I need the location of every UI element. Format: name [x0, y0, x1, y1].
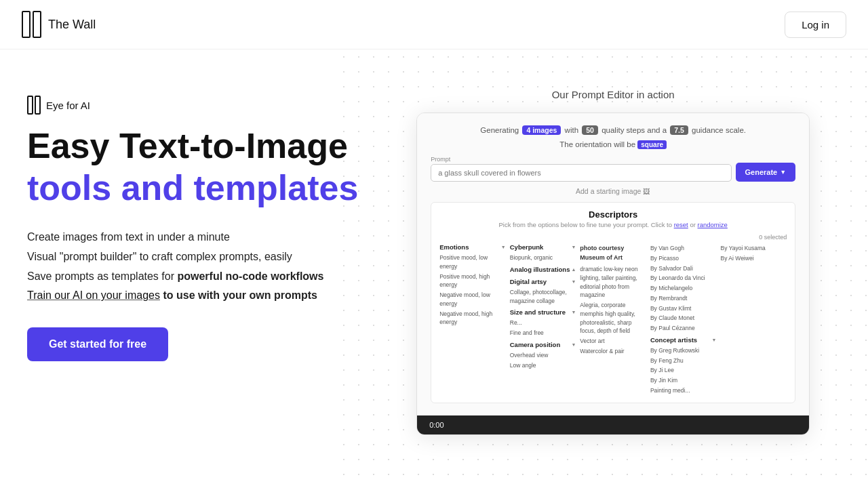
hero-section: Eye for AI Easy Text-to-Image tools and … [0, 49, 868, 476]
desc-item[interactable]: Painting medi... [650, 386, 717, 396]
desc-col-photo: photo courtesy Museum of Art dramatic lo… [580, 243, 646, 396]
prompt-input[interactable] [431, 164, 731, 182]
gen-text: Generating [480, 126, 519, 134]
desc-item[interactable]: By Van Gogh [650, 243, 717, 253]
orientation-text: The orientation will be [559, 140, 635, 148]
analog-header[interactable]: Analog illustrations ▲ [510, 266, 576, 273]
hero-title-line2: tools and templates [27, 168, 358, 209]
prompt-row: Prompt Generate ▼ [431, 156, 795, 182]
desc-item[interactable]: Low angle [510, 361, 576, 371]
desc-item[interactable]: By Paul Cézanne [650, 323, 717, 333]
digital-header[interactable]: Digital artsy ▼ [510, 278, 576, 285]
feature-item: Visual "prompt builder" to craft complex… [27, 247, 358, 267]
chevron-down-icon: ▼ [571, 342, 576, 347]
get-started-button[interactable]: Get started for free [27, 327, 168, 361]
eyebrow-icon [27, 96, 41, 115]
logo-icon [22, 11, 41, 38]
desc-item[interactable]: By Feng Zhu [650, 356, 717, 366]
desc-item[interactable]: Negative mood, high energy [439, 309, 506, 328]
descriptors-section: Descriptors Pick from the options below … [431, 202, 795, 403]
add-image-line[interactable]: Add a starting image 🖼 [431, 187, 795, 195]
cyberpunk-header[interactable]: Cyberpunk ▼ [510, 243, 576, 251]
chevron-down-icon: ▼ [780, 169, 786, 176]
editor-window: Generating 4 images with 50 quality step… [416, 113, 810, 435]
desc-item[interactable]: Positive mood, high energy [439, 272, 506, 291]
editor-caption: Our Prompt Editor in action [552, 89, 675, 100]
emotions-header[interactable]: Emotions ▼ [439, 243, 506, 251]
generate-button[interactable]: Generate ▼ [736, 163, 796, 182]
train-ai-link[interactable]: Train our AI on your images [27, 289, 160, 301]
chevron-down-icon: ▼ [571, 310, 576, 314]
scale-text: guidance scale. [692, 126, 746, 134]
hero-title-line1: Easy Text-to-Image [27, 127, 358, 165]
desc-item[interactable]: By Ji Lee [650, 365, 717, 375]
logo[interactable]: The Wall [22, 11, 96, 38]
steps-badge: 50 [582, 125, 598, 135]
chevron-down-icon: ▼ [501, 245, 506, 249]
concept-artists-header[interactable]: Concept artists ▼ [650, 336, 717, 344]
login-button[interactable]: Log in [785, 12, 846, 38]
desc-item[interactable]: Vector art [580, 336, 646, 346]
desc-item[interactable]: Overhead view [510, 350, 576, 361]
feature-item: Save prompts as templates for powerful n… [27, 267, 358, 287]
desc-item[interactable]: By Leonardo da Vinci [650, 273, 717, 283]
orientation-line: The orientation will be square [431, 140, 795, 149]
logo-text: The Wall [48, 18, 96, 32]
desc-item[interactable]: By Picasso [650, 253, 717, 264]
desc-col-artists: By Van Gogh By Picasso By Salvador Dali … [650, 243, 717, 396]
chevron-down-icon: ▼ [571, 279, 576, 284]
desc-item[interactable]: By Claude Monet [650, 313, 717, 323]
editor-inner: Generating 4 images with 50 quality step… [417, 113, 809, 415]
desc-item[interactable]: Collage, photocollage, magazine collage [510, 287, 576, 306]
orientation-badge: square [637, 140, 667, 149]
desc-item[interactable]: Biopunk, organic [510, 253, 576, 263]
desc-item[interactable]: Re... [510, 318, 576, 328]
eyebrow: Eye for AI [27, 96, 358, 115]
desc-item[interactable]: dramatic low-key neon lighting, taller p… [580, 264, 646, 300]
hero-right: Our Prompt Editor in action Generating 4… [385, 82, 841, 435]
desc-title: Descriptors [439, 209, 787, 220]
feature-item: Train our AI on your images to use with … [27, 286, 358, 306]
desc-item[interactable]: By Yayoi Kusama [721, 243, 787, 253]
add-image-text: Add a starting image 🖼 [576, 187, 650, 195]
desc-item[interactable]: By Greg Rutkowski [650, 346, 717, 356]
navbar: The Wall Log in [0, 0, 868, 49]
steps-text: quality steps and a [601, 126, 667, 134]
randomize-link[interactable]: randomize [698, 221, 728, 228]
desc-item[interactable]: By Gustav Klimt [650, 304, 717, 314]
prompt-input-wrap: Prompt [431, 156, 731, 182]
desc-item[interactable]: Negative mood, low energy [439, 290, 506, 309]
hero-left: Eye for AI Easy Text-to-Image tools and … [27, 82, 358, 361]
desc-item[interactable]: Fine and free [510, 328, 576, 338]
desc-item[interactable]: By Michelangelo [650, 283, 717, 293]
editor-window-wrap: Generating 4 images with 50 quality step… [416, 113, 810, 435]
photo-header: photo courtesy Museum of Art [580, 243, 646, 263]
desc-col-more: By Yayoi Kusama By Ai Weiwei [721, 243, 787, 396]
eyebrow-text: Eye for AI [46, 100, 90, 111]
bottom-section: Reusable templates [0, 476, 868, 489]
images-badge: 4 images [522, 125, 561, 135]
desc-selected: 0 selected [439, 234, 787, 241]
desc-item[interactable]: By Jin Kim [650, 375, 717, 386]
desc-item[interactable]: Positive mood, low energy [439, 253, 506, 272]
desc-grid: Emotions ▼ Positive mood, low energy Pos… [439, 243, 787, 396]
hero-features-list: Create images from text in under a minut… [27, 228, 358, 306]
desc-item[interactable]: Alegria, corporate memphis high quality,… [580, 300, 646, 336]
desc-item[interactable]: By Rembrandt [650, 293, 717, 304]
desc-col-style: Cyberpunk ▼ Biopunk, organic Analog illu… [510, 243, 576, 396]
with-text: with [565, 126, 578, 134]
camera-header[interactable]: Camera position ▼ [510, 341, 576, 348]
chevron-down-icon: ▲ [571, 267, 576, 272]
chevron-down-icon: ▼ [571, 245, 576, 249]
desc-item[interactable]: By Salvador Dali [650, 264, 717, 274]
scale-badge: 7.5 [670, 125, 688, 135]
chevron-down-icon: ▼ [712, 338, 717, 342]
size-header[interactable]: Size and structure ▼ [510, 308, 576, 316]
desc-item[interactable]: By Ai Weiwei [721, 253, 787, 264]
generate-btn-wrap: Generate ▼ [736, 156, 796, 182]
gen-settings: Generating 4 images with 50 quality step… [431, 125, 795, 135]
desc-item[interactable]: Watercolor & pair [580, 346, 646, 357]
desc-col-emotions: Emotions ▼ Positive mood, low energy Pos… [439, 243, 506, 396]
reset-link[interactable]: reset [674, 221, 688, 228]
prompt-label: Prompt [431, 156, 731, 163]
